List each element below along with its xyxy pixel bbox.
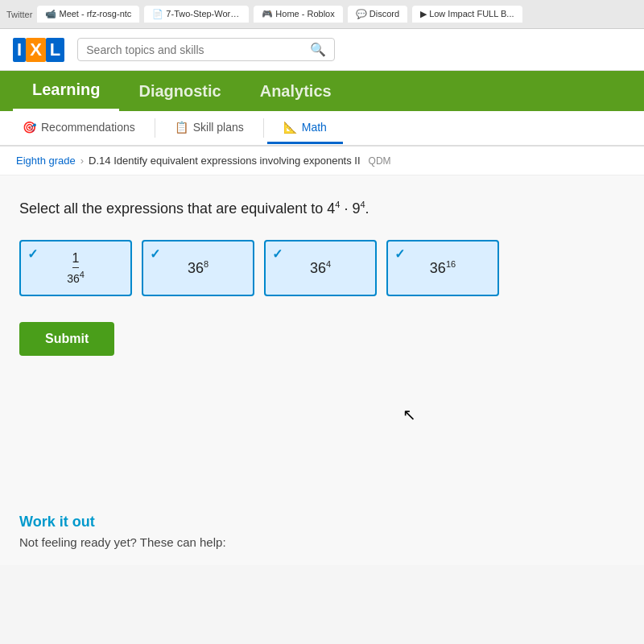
breadcrumb-separator: › bbox=[80, 155, 84, 167]
tab-meet[interactable]: 📹 Meet - rfz-rosg-ntc bbox=[37, 6, 139, 23]
tab-youtube[interactable]: ▶ Low Impact FULL B... bbox=[412, 6, 522, 23]
work-it-out-title: Work it out bbox=[19, 514, 625, 530]
subnav-math[interactable]: 📐 Math bbox=[267, 113, 343, 144]
recommendations-label: Recommendations bbox=[41, 121, 135, 134]
breadcrumb: Eighth grade › D.14 Identify equivalent … bbox=[0, 147, 644, 175]
option-3[interactable]: ✓ 364 bbox=[264, 240, 377, 296]
logo-l: L bbox=[46, 38, 64, 62]
tab-twitter[interactable]: Twitter bbox=[6, 10, 32, 19]
site-header: I X L 🔍 bbox=[0, 29, 644, 71]
tab-word[interactable]: 📄 7-Two-Step-Word-... bbox=[144, 6, 249, 23]
ixl-logo[interactable]: I X L bbox=[13, 38, 64, 62]
work-it-out-description: Not feeling ready yet? These can help: bbox=[19, 535, 625, 549]
question-text: Select all the expressions that are equi… bbox=[19, 200, 625, 217]
logo-i: I bbox=[13, 38, 26, 62]
nav-learning[interactable]: Learning bbox=[13, 71, 119, 111]
search-icon: 🔍 bbox=[310, 42, 326, 57]
main-content: Select all the expressions that are equi… bbox=[0, 175, 644, 497]
options-row: ✓ 1 364 ✓ 368 ✓ 364 ✓ 3 bbox=[19, 240, 625, 296]
breadcrumb-grade[interactable]: Eighth grade bbox=[16, 155, 76, 167]
skill-plans-icon: 📋 bbox=[175, 121, 188, 134]
skill-plans-label: Skill plans bbox=[193, 121, 244, 134]
nav-analytics[interactable]: Analytics bbox=[241, 72, 351, 110]
fraction-numerator: 1 bbox=[72, 251, 80, 268]
subnav-recommendations[interactable]: 🎯 Recommendations bbox=[6, 113, 151, 144]
recommendations-icon: 🎯 bbox=[23, 121, 36, 134]
breadcrumb-skill: D.14 Identify equivalent expressions inv… bbox=[89, 155, 360, 167]
option-2[interactable]: ✓ 368 bbox=[142, 240, 254, 296]
math-icon: 📐 bbox=[283, 121, 297, 134]
browser-bar: Twitter 📹 Meet - rfz-rosg-ntc 📄 7-Two-St… bbox=[0, 0, 644, 29]
option-4-content: 3616 bbox=[430, 259, 456, 277]
work-it-out-section: Work it out Not feeling ready yet? These… bbox=[0, 497, 644, 565]
skill-badge: QDM bbox=[369, 155, 391, 167]
search-input[interactable] bbox=[86, 43, 303, 56]
main-nav: Learning Diagnostic Analytics bbox=[0, 71, 644, 111]
logo-x: X bbox=[26, 38, 46, 62]
math-label: Math bbox=[302, 121, 327, 134]
tab-discord[interactable]: 💬 Discord bbox=[348, 6, 407, 23]
search-bar[interactable]: 🔍 bbox=[77, 38, 335, 61]
option-4[interactable]: ✓ 3616 bbox=[386, 240, 499, 296]
checkmark-4: ✓ bbox=[394, 246, 405, 262]
option-3-content: 364 bbox=[310, 259, 331, 277]
checkmark-2: ✓ bbox=[150, 246, 160, 262]
nav-separator-1 bbox=[155, 118, 155, 138]
option-1-content: 1 364 bbox=[67, 251, 85, 285]
subnav-skill-plans[interactable]: 📋 Skill plans bbox=[159, 113, 260, 144]
checkmark-3: ✓ bbox=[272, 246, 283, 262]
option-2-content: 368 bbox=[188, 259, 208, 277]
nav-diagnostic[interactable]: Diagnostic bbox=[119, 72, 240, 110]
nav-separator-2 bbox=[263, 118, 264, 138]
option-1[interactable]: ✓ 1 364 bbox=[19, 240, 132, 296]
fraction-denominator: 364 bbox=[67, 268, 85, 285]
sub-nav: 🎯 Recommendations 📋 Skill plans 📐 Math bbox=[0, 111, 644, 147]
checkmark-1: ✓ bbox=[27, 246, 38, 262]
submit-button[interactable]: Submit bbox=[19, 322, 114, 356]
tab-roblox[interactable]: 🎮 Home - Roblox bbox=[254, 6, 342, 23]
